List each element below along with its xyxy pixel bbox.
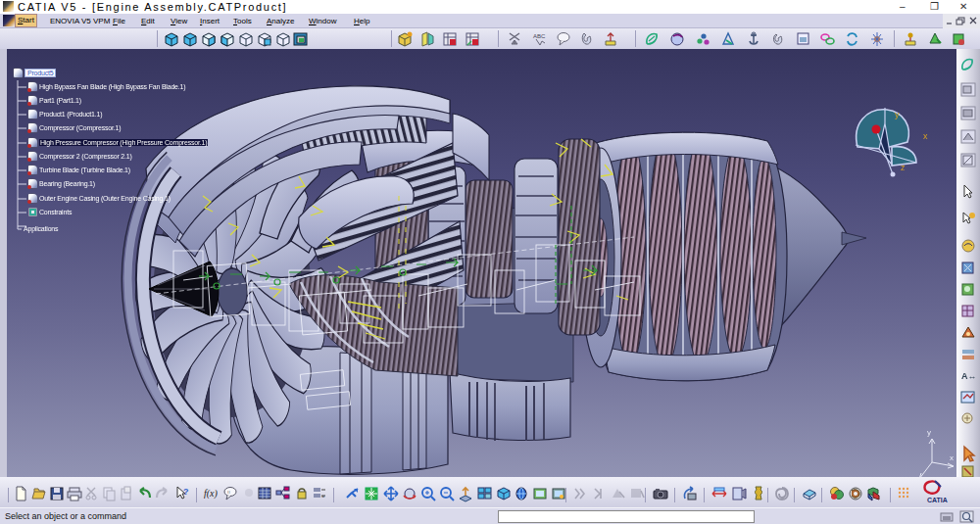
svg-text:y: y [927, 428, 931, 437]
svg-text:A↔: A↔ [961, 371, 977, 381]
svg-text:=: = [321, 494, 325, 500]
svg-text:y: y [895, 110, 900, 119]
svg-text:ABC: ABC [533, 33, 546, 39]
svg-text:f(x): f(x) [204, 488, 219, 500]
svg-text:x: x [923, 131, 928, 141]
svg-text:?: ? [183, 487, 189, 497]
svg-text:ıı: ıı [227, 489, 230, 495]
svg-text:z: z [901, 163, 906, 172]
svg-text:x: x [950, 453, 954, 462]
svg-text:CATIA: CATIA [927, 497, 948, 503]
